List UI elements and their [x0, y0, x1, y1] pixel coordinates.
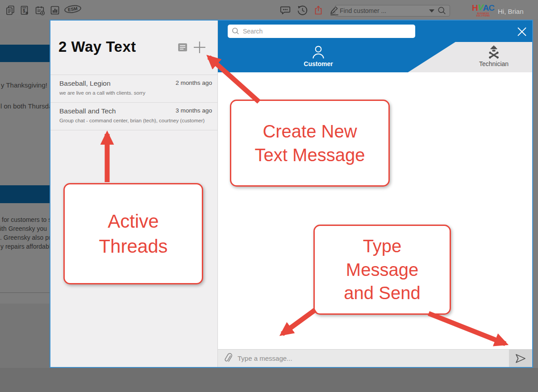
logo-ac: AC	[483, 3, 494, 13]
background-region	[0, 304, 50, 368]
callout-text: and Send	[344, 281, 420, 305]
svg-text:$: $	[23, 8, 25, 13]
background-text-fragment: . Greensky also pro	[0, 234, 54, 241]
send-icon	[514, 353, 527, 364]
background-text-fragment: y repairs affordabl	[0, 243, 50, 250]
background-text-fragment: l on both Thursday	[0, 102, 56, 110]
new-thread-plus-icon[interactable]	[192, 40, 207, 54]
search-icon[interactable]	[437, 6, 447, 16]
background-divider	[0, 292, 50, 293]
history-icon[interactable]	[296, 4, 308, 16]
copy-documents-icon[interactable]	[4, 4, 16, 16]
callout-text: Type	[363, 234, 402, 258]
tab-customer[interactable]: Customer	[283, 42, 354, 72]
thread-time: 3 months ago	[175, 107, 212, 114]
callout-text: Text Message	[255, 143, 365, 167]
callout-type-message-and-send: Type Message and Send	[313, 225, 451, 315]
background-region	[0, 368, 538, 392]
callout-text: Active	[108, 209, 158, 234]
find-customer-search	[335, 5, 450, 17]
tab-technician[interactable]: Technician	[458, 42, 530, 72]
callout-text: Create New	[263, 120, 357, 143]
chevron-down-icon[interactable]	[429, 9, 434, 13]
thread-time: 2 months ago	[175, 79, 212, 86]
background-text-fragment: ith Greensky you	[0, 225, 47, 232]
user-greeting: Hi, Brian	[498, 8, 524, 15]
close-icon[interactable]	[515, 25, 529, 38]
thread-list-item[interactable]: Baseball, Legion 2 months ago we are liv…	[50, 75, 217, 103]
callout-text: Threads	[99, 234, 167, 259]
logo-subtitle: BUSINESS SOLUTIONS	[470, 13, 496, 17]
thread-name: Baseball, Legion	[59, 79, 111, 88]
thread-preview: Group chat - command center, brian (tech…	[59, 118, 212, 123]
hvac-logo[interactable]: HVAC BUSINESS SOLUTIONS	[470, 4, 496, 17]
technician-icon	[458, 45, 530, 60]
message-templates-icon[interactable]	[177, 42, 188, 52]
esm-badge[interactable]: ESM	[64, 4, 82, 14]
customer-person-icon	[283, 45, 354, 60]
attachment-paperclip-icon[interactable]	[218, 353, 238, 364]
background-text-fragment: for customers to s	[2, 216, 51, 223]
conversation-header	[218, 21, 532, 42]
message-compose-bar	[218, 349, 532, 367]
thread-list-item[interactable]: Baseball and Tech 3 months ago Group cha…	[50, 103, 217, 130]
screen: y Thanksgiving! l on both Thursday for c…	[0, 0, 538, 392]
conversation-panel: Customer Technician	[218, 21, 532, 367]
panel-title: 2 Way Text	[58, 38, 136, 55]
tab-label: Technician	[458, 60, 530, 67]
conversation-search	[228, 25, 415, 38]
tab-label: Customer	[283, 60, 354, 67]
chat-icon[interactable]	[279, 4, 291, 16]
recipient-tab-bar: Customer Technician	[218, 42, 532, 72]
background-text-fragment: y Thanksgiving!	[1, 81, 47, 89]
thread-preview: we are live on a call with clients. sorr…	[59, 90, 212, 96]
find-customer-input[interactable]	[340, 7, 426, 14]
reports-icon[interactable]	[49, 4, 61, 16]
export-icon[interactable]	[313, 4, 324, 16]
message-input[interactable]	[238, 354, 509, 362]
invoice-add-icon[interactable]: $	[19, 4, 30, 16]
top-navigation-bar: $ ESM HVAC BUSINESS SOLUTIONS	[0, 0, 538, 20]
search-icon	[231, 27, 240, 36]
thread-name: Baseball and Tech	[59, 107, 116, 115]
schedule-add-icon[interactable]	[34, 4, 46, 16]
send-button[interactable]	[509, 350, 532, 367]
conversation-search-input[interactable]	[243, 28, 412, 35]
callout-create-new-text-message: Create New Text Message	[230, 100, 390, 187]
callout-text: Message	[346, 258, 418, 282]
callout-active-threads: Active Threads	[63, 183, 203, 284]
